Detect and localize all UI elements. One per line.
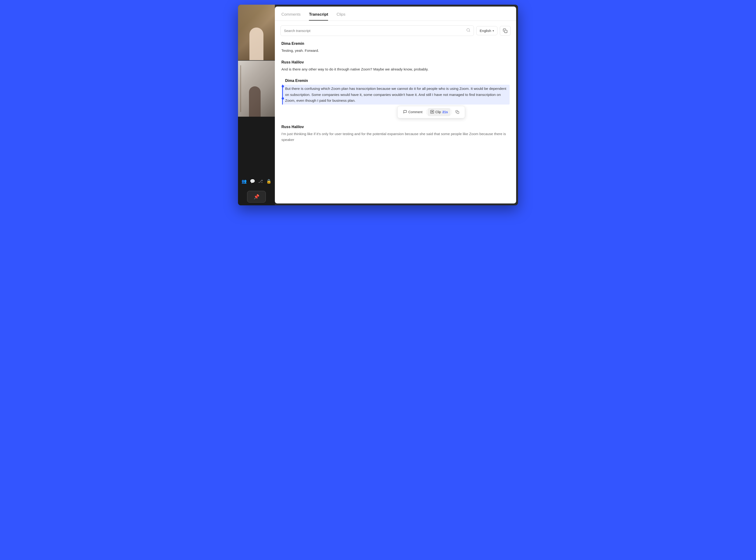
tabs-bar: Comments Transcript Clips <box>275 6 516 21</box>
transcript-text: And is there any other way to do it thro… <box>281 66 510 72</box>
clip-icon <box>430 110 434 114</box>
lock-icon[interactable]: 🔒 <box>265 178 272 185</box>
transcript-entry-4: Russ Halilov I'm just thinking like if i… <box>281 125 510 143</box>
pin-button[interactable]: 📌 <box>247 191 266 202</box>
selection-dot-top <box>282 85 284 87</box>
search-icon <box>466 28 471 33</box>
selection-toolbar: Comment Clip 21s <box>397 106 465 118</box>
transcript-entry-1: Dima Eremin Testing, yeah. Forward. <box>281 42 510 54</box>
chevron-down-icon: ▾ <box>493 29 494 33</box>
video-thumbnail-1[interactable] <box>238 5 275 61</box>
speaker-name: Dima Eremin <box>285 79 510 83</box>
video-thumbnail-2[interactable] <box>238 61 275 117</box>
sidebar: 👥 💬 ⎇ 🔒 📌 <box>238 5 275 205</box>
toolbar-divider <box>426 110 426 114</box>
svg-line-1 <box>469 31 470 32</box>
speaker-name: Dima Eremin <box>281 42 510 46</box>
person-silhouette-2 <box>249 86 261 117</box>
search-area: English ▾ <box>275 21 516 40</box>
transcript-text: Testing, yeah. Forward. <box>281 47 510 54</box>
transcript-entry-3: Dima Eremin But there is confusing which… <box>281 79 510 118</box>
comment-icon <box>403 110 407 114</box>
selection-indicator <box>281 85 284 100</box>
chat-icon[interactable]: 💬 <box>249 178 256 185</box>
svg-rect-5 <box>457 112 459 114</box>
copy-button[interactable] <box>500 26 511 36</box>
search-box <box>280 25 474 36</box>
language-label: English <box>480 29 491 33</box>
people-icon[interactable]: 👥 <box>241 178 247 185</box>
clip-button[interactable]: Clip 21s <box>427 108 451 116</box>
video-panel <box>238 5 275 175</box>
svg-rect-2 <box>505 30 507 33</box>
toolbar-copy-button[interactable] <box>453 108 462 116</box>
tab-clips[interactable]: Clips <box>336 12 345 21</box>
comment-label: Comment <box>408 110 422 114</box>
svg-marker-4 <box>432 111 433 112</box>
selection-line <box>282 87 283 97</box>
language-selector[interactable]: English ▾ <box>476 26 497 35</box>
app-container: 👥 💬 ⎇ 🔒 📌 Comments Transcript Clips <box>238 5 518 205</box>
comment-button[interactable]: Comment <box>400 108 425 116</box>
tab-comments[interactable]: Comments <box>281 12 300 21</box>
tab-transcript[interactable]: Transcript <box>309 12 328 21</box>
pin-icon: 📌 <box>254 194 259 200</box>
transcript-text: I'm just thinking like if it's only for … <box>281 131 510 143</box>
sidebar-icon-bar: 👥 💬 ⎇ 🔒 <box>238 175 275 188</box>
main-panel: Comments Transcript Clips English ▾ <box>275 6 516 203</box>
network-icon[interactable]: ⎇ <box>257 178 264 185</box>
search-input[interactable] <box>284 29 464 33</box>
person-silhouette-1 <box>250 27 263 60</box>
transcript-body[interactable]: Dima Eremin Testing, yeah. Forward. Russ… <box>275 40 516 203</box>
speaker-name: Russ Halilov <box>281 60 510 64</box>
clip-label: Clip <box>435 110 441 114</box>
clip-duration: 21s <box>442 110 448 114</box>
transcript-text-highlighted: But there is confusing which Zoom plan h… <box>282 85 510 104</box>
shelf-decoration <box>240 65 241 112</box>
speaker-name: Russ Halilov <box>281 125 510 129</box>
selection-dot-bottom <box>282 97 284 100</box>
transcript-entry-2: Russ Halilov And is there any other way … <box>281 60 510 72</box>
